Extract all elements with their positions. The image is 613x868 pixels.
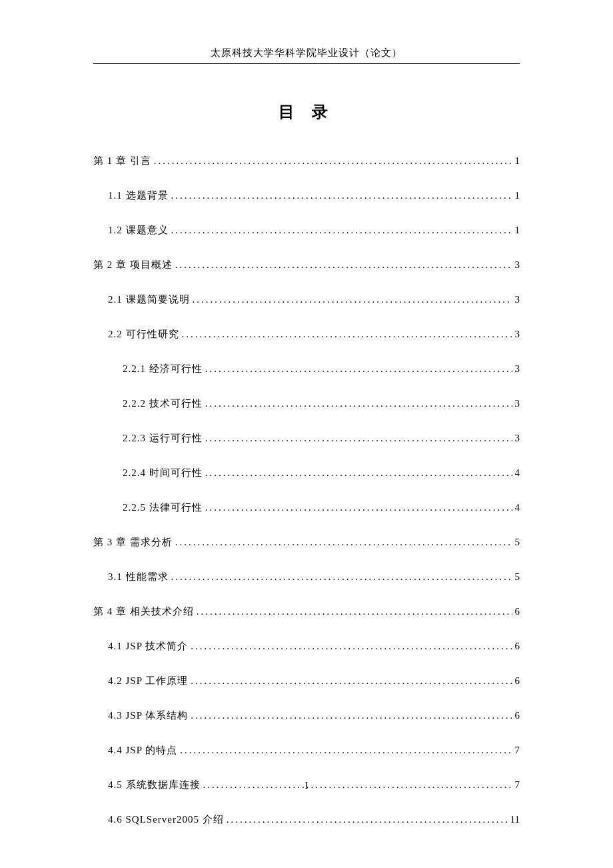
toc-entry-label: 2.2.4 时间可行性 — [123, 467, 203, 479]
toc-entry: 2.2.3 运行可行性 3 — [93, 432, 520, 445]
toc-entry: 第 3 章 需求分析5 — [93, 536, 520, 549]
toc-entry: 2.2.1 经济可行性 3 — [93, 363, 520, 375]
toc-leader-dots — [197, 606, 512, 617]
toc-leader-dots — [205, 502, 512, 513]
page-number: I — [0, 781, 613, 791]
toc-leader-dots — [191, 675, 512, 687]
toc-entry-label: 第 4 章 相关技术介绍 — [93, 605, 194, 618]
toc-entry-page: 1 — [515, 190, 520, 201]
toc-entry-page: 6 — [515, 641, 520, 652]
toc-entry-page: 11 — [510, 814, 520, 825]
toc-leader-dots — [175, 537, 512, 548]
toc-entry-label: 3.1 性能需求 — [108, 571, 169, 583]
toc-leader-dots — [227, 814, 508, 825]
toc-leader-dots — [182, 329, 512, 340]
toc-leader-dots — [154, 155, 512, 167]
toc-leader-dots — [191, 641, 512, 652]
toc-entry-page: 3 — [515, 433, 520, 444]
toc-entry-label: 1.1 选题背景 — [108, 189, 169, 202]
toc-entry-page: 3 — [515, 329, 520, 340]
toc-entry: 4.1 JSP 技术简介 6 — [93, 640, 520, 653]
toc-entry-label: 第 1 章 引言 — [93, 155, 151, 167]
toc-entry: 4.2 JSP 工作原理 6 — [93, 675, 520, 687]
header-divider — [93, 63, 520, 64]
toc-entry: 4.4 JSP 的特点 7 — [93, 744, 520, 757]
toc-entry-label: 2.2.2 技术可行性 — [123, 397, 203, 410]
toc-leader-dots — [191, 710, 512, 721]
toc-entry: 4.6 SQLServer2005 介绍 11 — [93, 813, 520, 826]
toc-entry: 2.2 可行性研究3 — [93, 328, 520, 341]
toc-entry-page: 3 — [515, 259, 520, 271]
toc-title: 目 录 — [93, 101, 520, 123]
toc-entry: 3.1 性能需求5 — [93, 571, 520, 583]
toc-leader-dots — [171, 571, 512, 583]
toc-entry: 第 2 章 项目概述3 — [93, 259, 520, 271]
toc-entry: 4.3 JSP 体系结构 6 — [93, 709, 520, 722]
toc-leader-dots — [171, 225, 512, 236]
toc-entry-label: 4.4 JSP 的特点 — [108, 744, 177, 757]
toc-entry-page: 5 — [515, 537, 520, 548]
toc-entry-label: 4.2 JSP 工作原理 — [108, 675, 188, 687]
toc-entry-page: 3 — [515, 363, 520, 375]
toc-entry-label: 2.2.1 经济可行性 — [123, 363, 203, 375]
toc-entry-label: 2.1 课题简要说明 — [108, 293, 190, 306]
toc-entry-page: 3 — [515, 294, 520, 305]
document-page: 太原科技大学华科学院毕业设计（论文） 目 录 第 1 章 引言11.1 选题背景… — [0, 0, 613, 868]
toc-entry-label: 1.2 课题意义 — [108, 224, 169, 237]
toc-leader-dots — [180, 745, 512, 756]
toc-entry: 2.2.5 法律可行性4 — [93, 501, 520, 514]
toc-entry-page: 6 — [515, 606, 520, 617]
toc-entry-page: 1 — [515, 225, 520, 236]
toc-leader-dots — [205, 363, 512, 375]
toc-entry-label: 2.2 可行性研究 — [108, 328, 179, 341]
toc-entry-label: 4.1 JSP 技术简介 — [108, 640, 188, 653]
toc-entry-page: 4 — [515, 502, 520, 513]
toc-entry-page: 4 — [515, 467, 520, 479]
toc-leader-dots — [205, 398, 512, 409]
toc-entry-page: 5 — [515, 571, 520, 583]
toc-entry: 1.1 选题背景 1 — [93, 189, 520, 202]
toc-leader-dots — [205, 467, 512, 479]
toc-entry: 第 4 章 相关技术介绍6 — [93, 605, 520, 618]
toc-entry: 2.2.2 技术可行性 3 — [93, 397, 520, 410]
toc-entry-label: 2.2.3 运行可行性 — [123, 432, 203, 445]
table-of-contents: 第 1 章 引言11.1 选题背景 11.2 课题意义 1第 2 章 项目概述3… — [93, 155, 520, 826]
toc-entry: 1.2 课题意义 1 — [93, 224, 520, 237]
toc-entry: 2.2.4 时间可行性4 — [93, 467, 520, 479]
toc-entry-label: 4.6 SQLServer2005 介绍 — [108, 813, 224, 826]
toc-leader-dots — [175, 259, 512, 271]
toc-entry-page: 7 — [515, 745, 520, 756]
toc-entry-label: 4.3 JSP 体系结构 — [108, 709, 188, 722]
toc-entry-page: 1 — [515, 155, 520, 167]
toc-entry: 第 1 章 引言1 — [93, 155, 520, 167]
toc-entry-page: 3 — [515, 398, 520, 409]
page-header: 太原科技大学华科学院毕业设计（论文） — [93, 47, 520, 62]
toc-entry: 2.1 课题简要说明3 — [93, 293, 520, 306]
toc-entry-label: 第 3 章 需求分析 — [93, 536, 173, 549]
toc-leader-dots — [171, 190, 512, 201]
toc-entry-label: 2.2.5 法律可行性 — [123, 501, 203, 514]
toc-leader-dots — [205, 433, 512, 444]
toc-entry-page: 6 — [515, 675, 520, 687]
toc-entry-page: 6 — [515, 710, 520, 721]
toc-leader-dots — [193, 294, 512, 305]
toc-entry-label: 第 2 章 项目概述 — [93, 259, 173, 271]
